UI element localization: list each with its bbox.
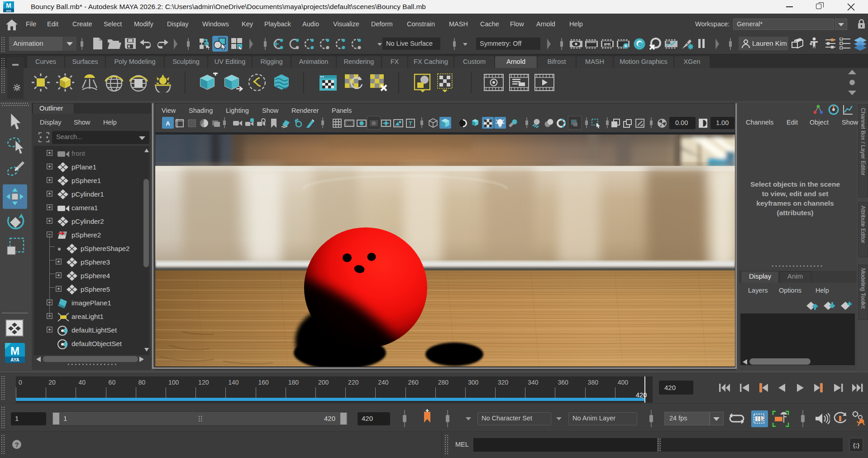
svg-text:T: T bbox=[409, 121, 412, 127]
svg-text:M: M bbox=[10, 345, 19, 357]
svg-text:AYA: AYA bbox=[10, 357, 19, 362]
svg-text:M: M bbox=[6, 2, 11, 9]
svg-text:IPR: IPR bbox=[604, 42, 611, 47]
svg-text:?: ? bbox=[14, 441, 19, 448]
svg-text:A: A bbox=[166, 120, 170, 127]
svg-text:AYA: AYA bbox=[6, 10, 11, 12]
svg-text:{;}: {;} bbox=[853, 442, 859, 448]
